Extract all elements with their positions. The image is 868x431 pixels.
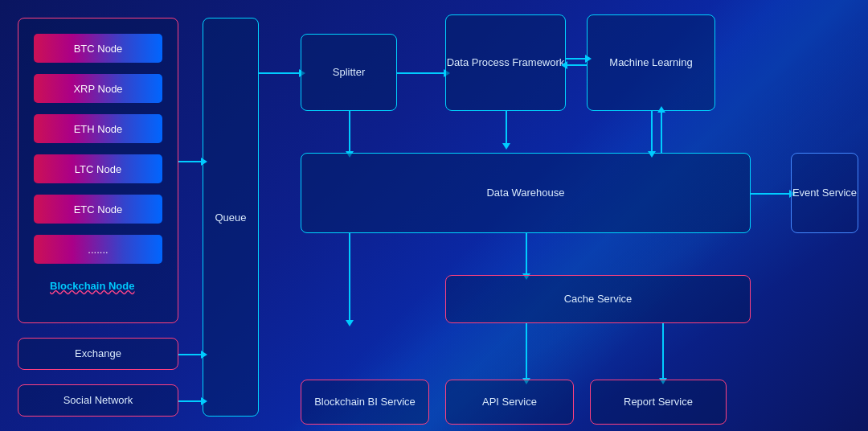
- arrow-dpf-ml: [566, 58, 587, 60]
- splitter-box: Splitter: [301, 34, 397, 111]
- bbi-box: Blockchain BI Service: [301, 380, 429, 425]
- arrow-splitter-dw-v: [349, 111, 350, 153]
- arrow-blockchain-queue: [178, 161, 203, 162]
- btc-node: BTC Node: [34, 34, 162, 63]
- blockchain-node-label: Blockchain Node: [50, 280, 134, 292]
- arrow-social-queue: [178, 400, 203, 402]
- arrow-splitter-dpf: [397, 72, 445, 74]
- arrow-dw-ml: [661, 111, 662, 153]
- arrow-ml-dw: [651, 111, 653, 153]
- queue-label: Queue: [203, 18, 259, 417]
- dpf-box: Data Process Framework: [445, 14, 566, 111]
- arrow-dw-cache: [526, 233, 527, 275]
- arrow-cache-api: [526, 323, 527, 380]
- etc-node: ETC Node: [34, 195, 162, 224]
- arrow-ml-dpf: [566, 64, 587, 66]
- event-box: Event Service: [791, 153, 858, 233]
- arrow-queue-splitter: [259, 72, 301, 74]
- dw-box: Data Warehouse: [301, 153, 751, 233]
- api-box: API Service: [445, 380, 574, 425]
- report-box: Report Service: [590, 380, 727, 425]
- ltc-node: LTC Node: [34, 154, 162, 183]
- dots-node: .......: [34, 235, 162, 264]
- arrow-dw-event: [751, 193, 791, 195]
- arrow-cache-report: [662, 323, 664, 380]
- eth-node: ETH Node: [34, 114, 162, 143]
- arrow-exchange-queue: [178, 354, 203, 355]
- arrow-dpf-dw: [506, 111, 507, 145]
- ml-box: Machine Learning: [587, 14, 715, 111]
- xrp-node: XRP Node: [34, 74, 162, 103]
- arrow-dw-bbi: [349, 233, 350, 322]
- cache-box: Cache Service: [445, 275, 751, 323]
- social-network-box: Social Network: [18, 384, 178, 417]
- exchange-box: Exchange: [18, 338, 178, 370]
